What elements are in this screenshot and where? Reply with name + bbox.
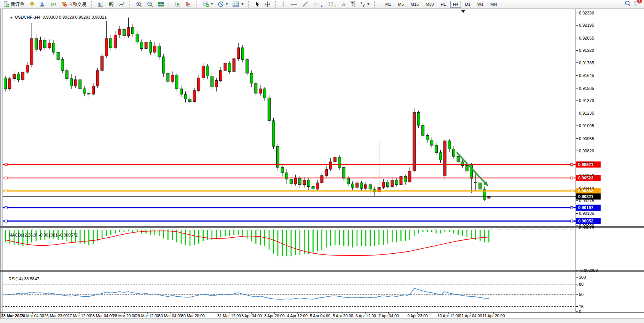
timeframes-button[interactable]: [216, 0, 230, 8]
svg-text:28 Mar 20:00: 28 Mar 20:00: [113, 313, 136, 318]
main-toolbar: 新订单 自动交易 E F A T M1M5M15M30H1H4D1W1MN 1: [0, 0, 644, 9]
chart-shift-icon: [186, 1, 192, 7]
svg-text:0.92195: 0.92195: [579, 23, 594, 27]
svg-text:30 Mar 20:00: 30 Mar 20:00: [181, 313, 205, 318]
auto-scroll-button[interactable]: [173, 0, 183, 8]
timeframe-w1[interactable]: W1: [475, 1, 486, 8]
auto-trading-button[interactable]: 自动交易: [59, 0, 88, 8]
timeframe-d1[interactable]: D1: [462, 1, 473, 8]
toolbar-grip: [169, 1, 171, 8]
dropdown-caret: [211, 3, 213, 5]
svg-text:24 Mar 04:00: 24 Mar 04:00: [21, 313, 44, 318]
svg-text:10 Apr 12:00: 10 Apr 12:00: [437, 313, 460, 318]
fibo-sub-glyph: F: [335, 4, 337, 8]
svg-text:27 Mar 12:00: 27 Mar 12:00: [67, 313, 91, 318]
signals-button[interactable]: [48, 0, 58, 8]
chart-title: USDCHF-,H4 0.90300 0.90329 0.90293 0.903…: [5, 10, 107, 24]
crosshair-tool-button[interactable]: [263, 0, 273, 8]
svg-text:0.90955: 0.90955: [579, 136, 594, 141]
svg-text:0.91370: 0.91370: [579, 98, 594, 103]
rsi-label: RSI(14) 38.5847: [4, 272, 39, 286]
text-label-tool-button[interactable]: T: [348, 0, 357, 8]
svg-text:0.90275: 0.90275: [579, 198, 594, 203]
line-handle: [571, 163, 573, 166]
svg-text:6 Apr 12:00: 6 Apr 12:00: [355, 313, 376, 318]
notification-badge: 1: [637, 0, 642, 3]
toolbar-grip: [248, 1, 251, 8]
timeframe-m30[interactable]: M30: [423, 1, 436, 8]
svg-text:7 Apr 04:00: 7 Apr 04:00: [378, 313, 399, 318]
fibonacci-tool-button[interactable]: F: [325, 0, 339, 8]
svg-text:-0.003208: -0.003208: [579, 268, 598, 273]
svg-text:9 Apr 23:00: 9 Apr 23:00: [407, 313, 428, 318]
svg-text:0.90052: 0.90052: [578, 219, 593, 223]
text-tool-icon: A: [342, 2, 345, 7]
chart-window: 0.923300.921950.920550.919200.917850.916…: [0, 9, 644, 323]
svg-text:0.91785: 0.91785: [579, 61, 594, 65]
symbol-dropdown-icon[interactable]: [10, 17, 13, 19]
new-order-icon: [3, 1, 10, 7]
rsi-value: 38.5847: [24, 277, 39, 281]
market-watch-button[interactable]: [27, 0, 37, 8]
svg-text:0.00015: 0.00015: [579, 225, 594, 230]
svg-text:0.90671: 0.90671: [578, 162, 593, 167]
vertical-line-icon: [282, 1, 286, 7]
timeframe-m5[interactable]: M5: [395, 1, 406, 8]
toolbar-grip: [129, 1, 132, 8]
svg-text:15: 15: [579, 304, 583, 309]
data-window-icon: [40, 1, 46, 7]
timeframe-m1[interactable]: M1: [383, 1, 394, 8]
zoom-out-button[interactable]: [145, 0, 155, 8]
notifications-button[interactable]: 1: [633, 0, 640, 8]
line-handle: [5, 220, 7, 222]
arrows-tool-button[interactable]: [357, 0, 371, 8]
timeframe-h4[interactable]: H4: [450, 1, 461, 8]
indicators-button[interactable]: [201, 0, 215, 8]
cursor-icon: [255, 1, 260, 7]
bar-chart-icon: [97, 1, 104, 7]
svg-text:0.91645: 0.91645: [579, 73, 594, 78]
candlestick-mode-button[interactable]: [106, 0, 116, 8]
svg-text:30 Mar 04:00: 30 Mar 04:00: [158, 313, 182, 318]
timeframe-h1[interactable]: H1: [438, 1, 449, 8]
cursor-tool-button[interactable]: [253, 0, 262, 8]
chart-shift-button[interactable]: [184, 0, 194, 8]
tile-windows-button[interactable]: [156, 0, 166, 8]
svg-text:0.90523: 0.90523: [578, 176, 593, 180]
indicators-icon: [203, 1, 209, 7]
toolbar-grip: [275, 1, 278, 8]
zoom-in-button[interactable]: [134, 0, 144, 8]
svg-text:0.91505: 0.91505: [579, 86, 594, 91]
market-watch-icon: [29, 1, 35, 7]
chart-canvas[interactable]: 0.923300.921950.920550.919200.917850.916…: [0, 9, 644, 323]
equidistant-channel-tool-button[interactable]: E: [311, 0, 325, 8]
horizontal-line-icon: [291, 1, 298, 7]
dropdown-caret: [226, 3, 228, 5]
svg-text:26 Mar 23:00: 26 Mar 23:00: [44, 313, 68, 318]
svg-text:0.90197: 0.90197: [578, 205, 593, 210]
line-handle: [571, 220, 573, 222]
trendline-tool-button[interactable]: [300, 0, 310, 8]
clock-icon: [218, 1, 224, 7]
line-chart-mode-button[interactable]: [117, 0, 127, 8]
fibonacci-icon: [327, 1, 334, 7]
search-icon[interactable]: [624, 0, 631, 8]
svg-text:50: 50: [579, 292, 583, 297]
timeframe-m15[interactable]: M15: [408, 1, 421, 8]
new-order-button[interactable]: 新订单: [2, 0, 26, 8]
svg-text:0.91235: 0.91235: [579, 111, 594, 115]
horizontal-line-tool-button[interactable]: [289, 0, 300, 8]
data-window-button[interactable]: [38, 0, 48, 8]
templates-button[interactable]: [231, 0, 245, 8]
candlestick-icon: [108, 1, 114, 7]
timeframe-mn[interactable]: MN: [488, 1, 499, 8]
bar-chart-mode-button[interactable]: [96, 0, 105, 8]
svg-text:5 Apr 20:00: 5 Apr 20:00: [333, 313, 353, 318]
text-tool-button[interactable]: A: [340, 0, 347, 8]
zoom-in-icon: [136, 1, 142, 8]
zoom-out-icon: [147, 1, 153, 8]
macd-label: MACD(12,26,9) -0.001001 -0.000572: [4, 228, 78, 242]
signal-icon: [50, 1, 56, 7]
svg-text:0.90135: 0.90135: [579, 211, 594, 216]
vertical-line-tool-button[interactable]: [280, 0, 288, 8]
